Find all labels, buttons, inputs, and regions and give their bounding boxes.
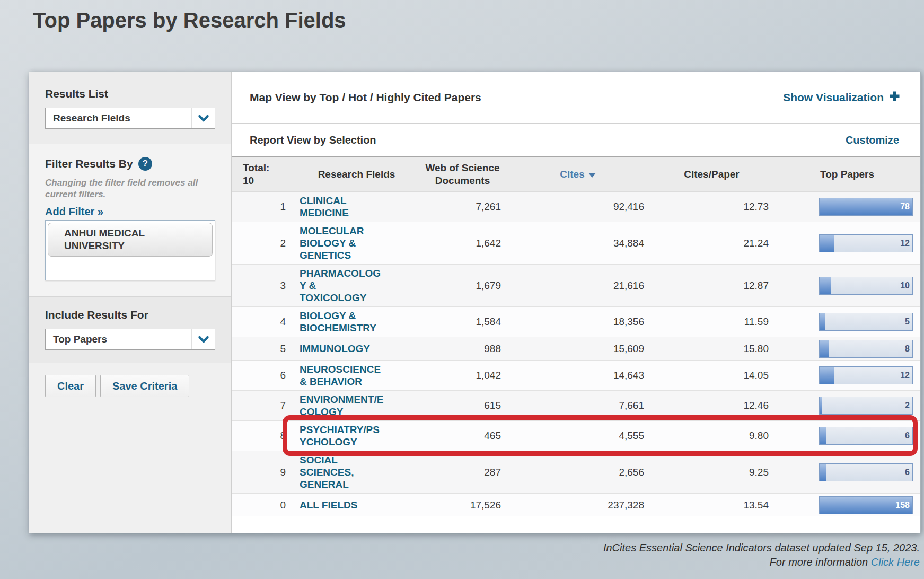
research-field-link[interactable]: MOLECULAR BIOLOGY & GENETICS [294,222,419,264]
row-rank: 4 [232,316,294,328]
top-papers-bar-fill [820,235,834,252]
column-header-wos-documents[interactable]: Web of Science Documents [419,162,506,187]
row-rank: 8 [232,430,294,442]
table-row: 1CLINICAL MEDICINE7,26192,41612.7378 [232,192,920,222]
row-rank: 0 [232,499,294,511]
cites-header-label: Cites [560,168,584,181]
research-field-link[interactable]: PHARMACOLOG Y & TOXICOLOGY [294,265,419,306]
top-papers-bar: 10 [819,277,913,295]
cites-value: 15,609 [506,343,649,355]
customize-link[interactable]: Customize [846,134,899,146]
top-papers-count: 6 [905,464,910,481]
top-papers-count: 10 [900,277,910,294]
row-rank: 1 [232,201,294,213]
table-row: 2MOLECULAR BIOLOGY & GENETICS1,64234,884… [232,222,920,264]
top-papers-cell: 8 [774,340,920,358]
cites-value: 21,616 [506,280,649,292]
top-papers-bar: 5 [819,313,913,331]
wos-documents-value: 287 [419,467,506,478]
save-criteria-button[interactable]: Save Criteria [100,375,189,397]
results-table: Total: 10 Research Fields Web of Science… [232,156,920,516]
click-here-link[interactable]: Click Here [871,556,920,568]
top-papers-bar-fill [820,367,834,384]
top-papers-count: 8 [905,340,910,357]
cites-value: 237,328 [506,499,649,511]
table-row: 8PSYCHIATRY/PS YCHOLOGY4654,5559.806 [232,420,920,451]
row-rank: 9 [232,467,294,478]
row-rank: 6 [232,370,294,381]
cites-per-paper-value: 12.73 [649,201,774,213]
clear-button[interactable]: Clear [45,375,96,397]
research-field-link[interactable]: SOCIAL SCIENCES, GENERAL [294,451,419,493]
report-view-bar: Report View by Selection Customize [232,124,920,156]
research-field-link[interactable]: PSYCHIATRY/PS YCHOLOGY [294,421,419,451]
top-papers-cell: 12 [774,366,920,384]
results-list-select[interactable]: Research Fields [45,108,215,129]
column-header-cites[interactable]: Cites [506,168,649,181]
column-header-top-papers[interactable]: Top Papers [774,168,920,181]
filter-section: Filter Results By ? Changing the filter … [29,144,231,297]
top-papers-count: 12 [900,235,910,252]
report-view-title: Report View by Selection [250,134,376,146]
research-field-link[interactable]: IMMUNOLOGY [294,340,419,357]
table-row: 5IMMUNOLOGY98815,60915.808 [232,337,920,360]
top-papers-cell: 78 [774,198,920,216]
research-field-link[interactable]: ALL FIELDS [294,496,419,514]
footer-line2-prefix: For more information [770,556,871,568]
help-icon[interactable]: ? [138,157,152,171]
filter-list: ANHUI MEDICAL UNIVERSITY [45,220,215,280]
wos-documents-value: 7,261 [419,201,506,213]
cites-value: 7,661 [506,400,649,411]
top-papers-bar: 2 [819,397,913,415]
include-results-select[interactable]: Top Papers [45,329,215,350]
top-papers-bar-fill [820,340,829,357]
top-papers-bar-fill [820,464,826,481]
top-papers-count: 158 [895,497,910,514]
filter-note: Changing the filter field removes all cu… [45,177,215,200]
top-papers-bar: 158 [819,496,913,514]
criteria-buttons-section: Clear Save Criteria [29,363,231,533]
top-papers-count: 78 [900,198,910,215]
cites-per-paper-value: 12.87 [649,280,774,292]
top-papers-count: 2 [905,397,910,414]
results-list-label: Results List [45,87,215,100]
total-count-header: Total: 10 [232,162,294,187]
research-field-link[interactable]: ENVIRONMENT/E COLOGY [294,391,419,420]
include-results-section: Include Results For Top Papers [29,297,231,363]
top-papers-bar: 6 [819,463,913,481]
top-papers-bar: 12 [819,234,913,252]
top-papers-cell: 6 [774,427,920,445]
top-papers-cell: 12 [774,234,920,252]
show-visualization-link[interactable]: Show Visualization [783,91,900,104]
column-header-cites-per-paper[interactable]: Cites/Paper [649,168,774,181]
cites-per-paper-value: 9.80 [649,430,774,442]
wos-documents-value: 17,526 [419,499,506,511]
cites-value: 18,356 [506,316,649,328]
table-row: 6NEUROSCIENCE & BEHAVIOR1,04214,64314.05… [232,360,920,390]
wos-documents-value: 615 [419,400,506,411]
research-field-link[interactable]: BIOLOGY & BIOCHEMISTRY [294,307,419,337]
table-row: 0ALL FIELDS17,526237,32813.54158 [232,493,920,516]
cites-per-paper-value: 14.05 [649,370,774,381]
cites-per-paper-value: 9.25 [649,467,774,478]
top-papers-cell: 10 [774,277,920,295]
top-papers-bar-fill [820,397,822,414]
filter-chip-anhui-medical-university[interactable]: ANHUI MEDICAL UNIVERSITY [48,223,213,257]
top-papers-bar-fill [820,313,825,330]
table-row: 7ENVIRONMENT/E COLOGY6157,66112.462 [232,390,920,420]
results-list-section: Results List Research Fields [29,72,231,144]
table-body: 1CLINICAL MEDICINE7,26192,41612.73782MOL… [232,192,920,516]
top-papers-cell: 6 [774,463,920,481]
row-rank: 7 [232,400,294,411]
wos-documents-value: 1,584 [419,316,506,328]
research-field-link[interactable]: CLINICAL MEDICINE [294,192,419,222]
footer-line1: InCites Essential Science Indicators dat… [603,541,920,555]
research-field-link[interactable]: NEUROSCIENCE & BEHAVIOR [294,361,419,390]
add-filter-link[interactable]: Add Filter » [45,206,103,218]
cites-per-paper-value: 12.46 [649,400,774,411]
cites-value: 2,656 [506,467,649,478]
table-row: 9SOCIAL SCIENCES, GENERAL2872,6569.256 [232,451,920,493]
show-visualization-label: Show Visualization [783,91,884,104]
top-papers-count: 5 [905,313,910,330]
sort-descending-icon [588,173,596,178]
